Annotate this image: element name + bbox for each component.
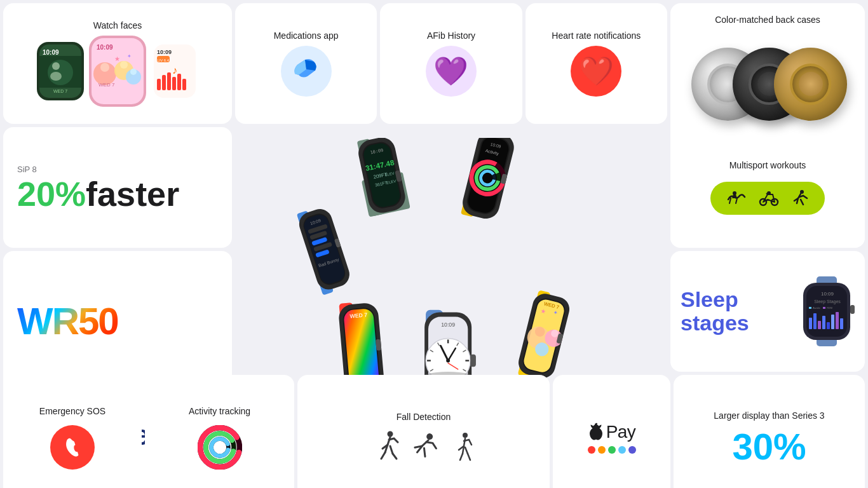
- main-layout: Watch faces 10:09 WED 7 10:09: [0, 0, 868, 488]
- running-figure: [372, 431, 400, 464]
- phone-icon: [60, 435, 85, 460]
- falling-figure: [404, 426, 447, 469]
- svg-point-264: [211, 439, 228, 456]
- thirty-card2: Larger display than Series 3 30%: [674, 375, 865, 488]
- color-title2: Color-matched back cases: [715, 15, 820, 25]
- multisport-title2: Multisport workouts: [729, 160, 806, 170]
- activity-rings-svg2: [198, 425, 242, 470]
- svg-rect-253: [840, 318, 843, 329]
- watch-faces-title2: Watch faces: [93, 20, 142, 30]
- svg-text:✦: ✦: [127, 53, 132, 59]
- svg-text:10:09: 10:09: [821, 291, 834, 297]
- svg-rect-185: [376, 339, 381, 350]
- svg-rect-208: [470, 354, 476, 366]
- pill-icon-svg: [290, 55, 323, 88]
- svg-point-123: [130, 69, 137, 75]
- heart-card2: Heart rate notifications ❤️: [526, 3, 667, 124]
- svg-text:REM: REM: [827, 306, 832, 309]
- run-icon2: [792, 189, 810, 207]
- cases-display: [685, 43, 850, 125]
- wr50-display: WR50: [17, 302, 118, 341]
- svg-text:★: ★: [114, 55, 120, 62]
- svg-point-111: [48, 60, 73, 85]
- svg-rect-248: [818, 321, 821, 329]
- svg-text:Awake: Awake: [813, 306, 821, 309]
- bottom-strip: Emergency SOS Activity tracking Fall Det…: [3, 375, 865, 488]
- sleep-line1-2: Sleep: [681, 288, 749, 311]
- sleep-watch-svg2: 10:09 Sleep Stages Awake REM: [801, 276, 855, 346]
- svg-rect-137: [182, 79, 186, 90]
- svg-rect-134: [167, 72, 171, 90]
- swim-icon2: [726, 189, 746, 207]
- svg-text:10:09: 10:09: [43, 49, 59, 56]
- activity-title2: Activity tracking: [189, 406, 250, 416]
- svg-point-112: [52, 62, 60, 70]
- multisport-card2: Multisport workouts: [670, 127, 865, 248]
- activity-card2: Activity tracking: [145, 375, 294, 488]
- svg-text:♪: ♪: [172, 65, 177, 76]
- afib-title2: AFib History: [427, 30, 475, 41]
- applepay-card2: Pay: [553, 375, 670, 488]
- heart-title2: Heart rate notifications: [552, 30, 641, 41]
- svg-point-265: [387, 431, 393, 437]
- sleep-text2: Sleep stages: [681, 288, 749, 336]
- apple-logo-svg2: [588, 422, 604, 442]
- meds-card2: Medications app: [235, 3, 377, 124]
- meds-title2: Medications app: [274, 30, 339, 41]
- case-gold2: [774, 48, 847, 121]
- apple-dots: [588, 446, 636, 454]
- sos-title2: Emergency SOS: [39, 406, 105, 416]
- svg-rect-250: [827, 322, 830, 329]
- svg-rect-135: [172, 77, 176, 90]
- svg-text:Sleep Stages: Sleep Stages: [814, 299, 841, 304]
- sleep-card2: Sleep stages 10:09 Sleep Stages Awake: [670, 251, 865, 372]
- svg-rect-256: [823, 307, 825, 309]
- svg-rect-258: [850, 305, 855, 314]
- larger-title2: Larger display than Series 3: [714, 410, 824, 421]
- thirty-display: 30%: [732, 428, 806, 465]
- sip-card2: SiP 8 20% faster: [3, 127, 232, 248]
- fall-card2: Fall Detection: [297, 375, 550, 488]
- svg-point-266: [425, 433, 433, 441]
- svg-rect-249: [822, 316, 825, 329]
- afib-icon2: 💜: [426, 46, 477, 97]
- sleep-line2-2: stages: [681, 311, 749, 335]
- svg-rect-132: [157, 79, 161, 90]
- watch-faces-card2: Watch faces 10:09 WED 7 10:09: [3, 3, 232, 124]
- multisport-pill: [710, 182, 825, 215]
- svg-point-121: [120, 61, 128, 69]
- watch-row: 10:09 WED 7 10:09: [37, 36, 198, 107]
- svg-text:WED 7: WED 7: [53, 89, 67, 93]
- walking-figure: [451, 432, 475, 464]
- svg-text:10:09: 10:09: [441, 321, 455, 327]
- svg-rect-247: [813, 313, 817, 329]
- applepay-logo2: Pay: [588, 422, 636, 442]
- fall-title2: Fall Detection: [397, 412, 451, 422]
- svg-rect-136: [177, 74, 181, 90]
- svg-rect-251: [831, 315, 834, 329]
- svg-point-119: [100, 63, 109, 72]
- svg-rect-246: [809, 318, 812, 329]
- meds-icon: [281, 46, 332, 97]
- svg-text:10:09: 10:09: [157, 49, 172, 55]
- svg-point-206: [446, 358, 450, 362]
- heart-icon2: ❤️: [571, 46, 621, 97]
- pay-label: Pay: [606, 422, 636, 442]
- sip-word: faster: [86, 177, 179, 211]
- svg-point-113: [50, 72, 62, 81]
- svg-rect-254: [809, 307, 811, 309]
- watch-green-face: 10:09 WED 7: [37, 42, 84, 100]
- afib-card2: AFib History 💜: [380, 3, 522, 124]
- svg-point-267: [463, 433, 468, 438]
- sos-card2: Emergency SOS: [3, 375, 142, 488]
- svg-text:WED 7: WED 7: [98, 82, 115, 88]
- fall-figures: [372, 431, 475, 464]
- svg-rect-133: [162, 75, 166, 90]
- svg-text:UV 6.4: UV 6.4: [158, 58, 170, 62]
- sip-label: SiP 8: [17, 165, 37, 174]
- sip-display: 20% faster: [17, 177, 179, 211]
- svg-text:10:09: 10:09: [97, 44, 113, 51]
- sip-num: 20%: [17, 177, 86, 211]
- row1-mid: Medications app AFib History 💜 Heart rat…: [235, 3, 667, 124]
- watch-pink-face: 10:09 ★ ✦ WED 7: [89, 36, 146, 107]
